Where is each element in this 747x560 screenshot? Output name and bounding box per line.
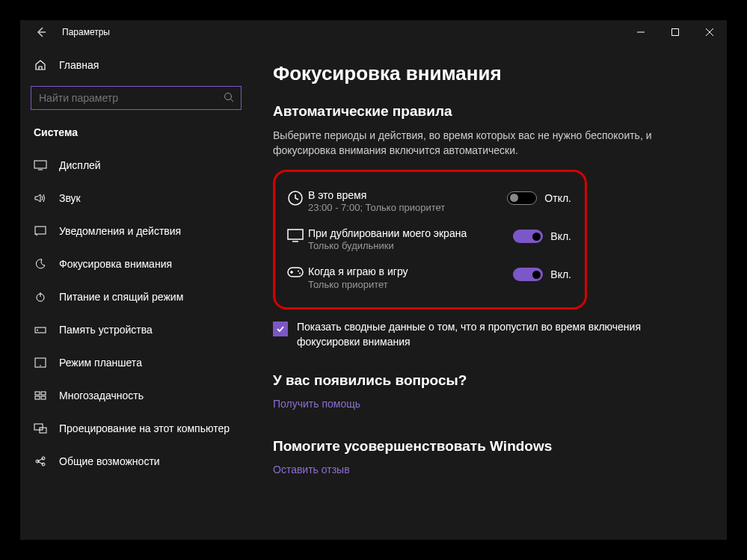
svg-rect-19 (34, 424, 43, 430)
nav-power[interactable]: Питание и спящий режим (20, 280, 252, 313)
nav-label: Многозадачность (59, 390, 144, 401)
checkbox-label: Показать сводные данные о том, что я про… (297, 320, 692, 349)
tablet-icon (34, 357, 47, 368)
nav-tablet[interactable]: Режим планшета (20, 346, 252, 379)
storage-icon (34, 325, 47, 334)
svg-rect-8 (35, 227, 46, 234)
nav-label: Проецирование на этот компьютер (59, 422, 230, 434)
svg-rect-18 (41, 396, 46, 399)
svg-point-12 (37, 330, 38, 331)
multitask-icon (34, 391, 47, 400)
sidebar: Главная Система Дисплей Звук Уведомления… (20, 44, 252, 540)
nav-label: Уведомления и действия (59, 225, 181, 237)
close-icon (706, 28, 713, 36)
svg-rect-15 (35, 392, 40, 395)
svg-rect-17 (35, 396, 40, 399)
checkbox-checked[interactable] (273, 321, 288, 336)
search-icon (224, 92, 234, 102)
nav-storage[interactable]: Память устройства (20, 313, 252, 346)
window-title: Параметры (62, 27, 110, 37)
search-input[interactable] (31, 86, 242, 110)
project-icon (34, 423, 47, 434)
section-label: Система (20, 120, 252, 149)
svg-line-5 (231, 99, 234, 102)
toggle-state: Вкл. (550, 230, 571, 242)
questions-heading: У вас появились вопросы? (273, 372, 704, 389)
minimize-icon (637, 28, 645, 36)
toggle-display-dup[interactable] (513, 230, 543, 243)
nav-focus[interactable]: Фокусировка внимания (20, 247, 252, 280)
toggle-state: Откл. (544, 192, 571, 204)
rule-subtitle: Только приоритет (308, 279, 513, 292)
improve-heading: Помогите усовершенствовать Windows (273, 438, 704, 455)
rules-description: Выберите периоды и действия, во время ко… (273, 129, 692, 158)
check-icon (276, 324, 285, 333)
nav-label: Фокусировка внимания (59, 258, 172, 270)
home-label: Главная (59, 59, 99, 71)
nav-label: Память устройства (59, 324, 153, 336)
page-title: Фокусировка внимания (273, 62, 704, 85)
clock-icon (283, 188, 308, 206)
svg-point-14 (40, 365, 41, 366)
home-nav[interactable]: Главная (20, 50, 252, 80)
nav-notifications[interactable]: Уведомления и действия (20, 215, 252, 247)
moon-icon (34, 259, 47, 269)
svg-rect-1 (672, 29, 679, 36)
rule-gaming[interactable]: Когда я играю в игру Только приоритет Вк… (283, 259, 571, 297)
nav-label: Питание и спящий режим (59, 291, 183, 303)
nav-shared[interactable]: Общие возможности (20, 445, 252, 478)
rule-title: Когда я играю в игру (308, 265, 513, 278)
nav-multitask[interactable]: Многозадачность (20, 379, 252, 412)
rule-time[interactable]: В это время 23:00 - 7:00; Только приорит… (283, 182, 571, 221)
toggle-gaming[interactable] (513, 268, 543, 281)
svg-rect-16 (41, 392, 46, 395)
feedback-link[interactable]: Оставить отзыв (273, 464, 704, 476)
minimize-button[interactable] (624, 20, 658, 44)
nav-sound[interactable]: Звук (20, 182, 252, 215)
rule-subtitle: 23:00 - 7:00; Только приоритет (308, 202, 507, 215)
nav-label: Звук (59, 192, 81, 204)
maximize-icon (671, 28, 679, 36)
monitor-icon (283, 227, 308, 243)
svg-rect-25 (288, 230, 303, 239)
toggle-state: Вкл. (550, 268, 571, 280)
svg-point-31 (299, 273, 301, 274)
rule-display-dup[interactable]: При дублировании моего экрана Только буд… (283, 221, 571, 259)
svg-point-30 (298, 271, 299, 272)
back-button[interactable] (34, 25, 49, 40)
window-controls (624, 20, 727, 44)
svg-rect-6 (34, 161, 46, 168)
svg-point-4 (225, 93, 232, 100)
nav-label: Дисплей (59, 159, 101, 171)
gamepad-icon (283, 265, 308, 278)
rule-title: В это время (308, 188, 507, 202)
notifications-icon (34, 226, 47, 236)
nav-label: Общие возможности (59, 455, 160, 467)
titlebar: Параметры (20, 20, 727, 44)
close-button[interactable] (692, 20, 727, 44)
nav-projecting[interactable]: Проецирование на этот компьютер (20, 412, 252, 445)
nav-label: Режим планшета (59, 357, 142, 369)
rules-heading: Автоматические правила (273, 103, 704, 120)
nav-display[interactable]: Дисплей (20, 149, 252, 182)
display-icon (34, 160, 47, 170)
rule-subtitle: Только будильники (308, 240, 513, 253)
shared-icon (34, 456, 47, 467)
main-content: Фокусировка внимания Автоматические прав… (252, 44, 727, 540)
help-link[interactable]: Получить помощь (273, 398, 704, 410)
maximize-button[interactable] (658, 20, 692, 44)
settings-window: Параметры Главная Система Дисплей Звук У… (20, 20, 727, 540)
sound-icon (34, 193, 47, 203)
rules-highlight-box: В это время 23:00 - 7:00; Только приорит… (273, 170, 587, 310)
summary-checkbox-row[interactable]: Показать сводные данные о том, что я про… (273, 320, 692, 349)
power-icon (34, 292, 47, 302)
arrow-left-icon (35, 26, 47, 38)
home-icon (34, 59, 47, 71)
toggle-time[interactable] (507, 191, 537, 205)
rule-title: При дублировании моего экрана (308, 227, 513, 240)
